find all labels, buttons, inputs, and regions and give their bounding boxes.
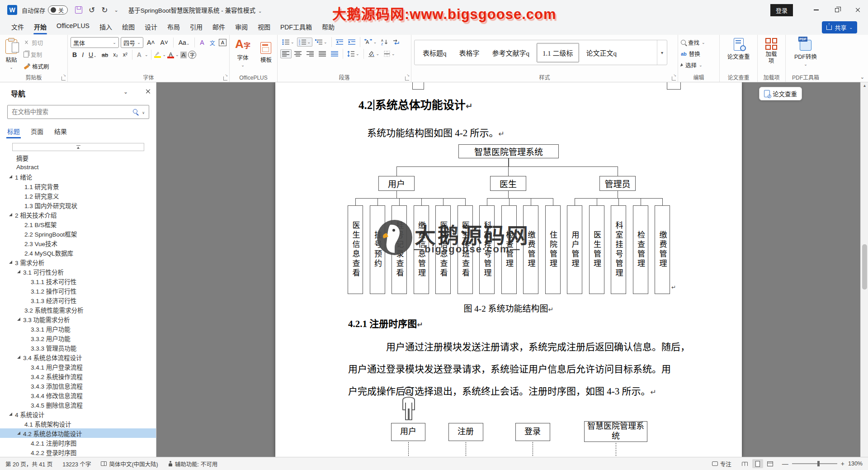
undo-icon[interactable]: ↺ <box>89 5 95 15</box>
grow-font-button[interactable]: A˄ <box>145 39 157 46</box>
find-button[interactable]: 查找⌄ <box>681 38 717 47</box>
nav-heading-item[interactable]: 2.3 Vue技术 <box>0 238 156 248</box>
collapse-ribbon-icon[interactable]: ⌄ <box>860 74 864 80</box>
nav-heading-item[interactable]: 2 相关技术介绍 <box>0 210 156 219</box>
nav-heading-item[interactable]: 3.4.5 删除信息流程 <box>0 400 156 409</box>
align-left-button[interactable] <box>280 49 292 58</box>
nav-heading-item[interactable]: 3.1.3 经济可行性 <box>0 295 156 305</box>
bullets-button[interactable]: ⌄ <box>280 38 296 47</box>
expand-arrow-icon[interactable] <box>17 432 20 435</box>
focus-mode-button[interactable]: 专注 <box>712 460 731 468</box>
style-item[interactable]: 论文正文q <box>581 43 623 62</box>
numbering-button[interactable]: 123 ⌄ <box>297 38 313 47</box>
ribbon-tab-布局[interactable]: 布局 <box>162 19 185 35</box>
expand-arrow-icon[interactable] <box>17 356 20 359</box>
zoom-out-button[interactable]: — <box>782 460 788 467</box>
clear-formatting-button[interactable]: A <box>198 39 206 46</box>
nav-heading-item[interactable]: 3.4.1 用户登录流程 <box>0 362 156 371</box>
title-dropdown-icon[interactable]: ⌄ <box>258 9 262 14</box>
redo-icon[interactable]: ↻ <box>101 5 108 15</box>
nav-heading-item[interactable]: 3.3.3 管理员功能 <box>0 343 156 352</box>
customize-qat-icon[interactable]: ⌄ <box>114 7 118 13</box>
zoom-slider[interactable] <box>792 463 837 464</box>
enclose-characters-button[interactable]: 字 <box>188 51 196 59</box>
ribbon-tab-邮件[interactable]: 邮件 <box>208 19 230 35</box>
word-app-icon[interactable]: W <box>7 5 17 15</box>
nav-heading-item[interactable]: 3.4.4 修改信息流程 <box>0 390 156 400</box>
officeplus-fonts-button[interactable]: A字 字体 ⌄ <box>232 37 253 68</box>
save-icon[interactable] <box>75 6 82 14</box>
expand-arrow-icon[interactable] <box>9 261 12 264</box>
nav-heading-item[interactable]: 4.2 系统总体功能设计 <box>0 428 156 438</box>
style-item[interactable]: 参考文献字q <box>487 43 535 62</box>
zoom-level[interactable]: 130% <box>848 461 863 467</box>
shrink-font-button[interactable]: A˅ <box>158 39 170 46</box>
ribbon-tab-设计[interactable]: 设计 <box>140 19 162 35</box>
font-color-button[interactable]: A <box>167 51 174 58</box>
autosave-toggle[interactable]: 关 <box>48 5 68 14</box>
ribbon-tab-文件[interactable]: 文件 <box>6 19 29 35</box>
web-layout-button[interactable] <box>765 459 776 468</box>
ribbon-tab-绘图[interactable]: 绘图 <box>117 19 140 35</box>
style-item[interactable]: 表格字 <box>454 43 485 62</box>
nav-heading-item[interactable]: 2.2 SpringBoot框架 <box>0 229 156 238</box>
shading-button[interactable]: ⌄ <box>366 49 382 58</box>
change-case-button[interactable]: Aa⌄ <box>177 39 192 46</box>
character-shading-button[interactable]: A <box>180 52 187 58</box>
document-search-input[interactable] <box>7 105 149 119</box>
close-button[interactable] <box>847 0 868 20</box>
nav-heading-item[interactable]: 4.1 系统架构设计 <box>0 419 156 428</box>
align-right-button[interactable] <box>305 49 316 58</box>
zoom-slider-thumb[interactable] <box>817 461 820 466</box>
decrease-indent-button[interactable] <box>334 38 345 47</box>
nav-heading-item[interactable]: 1.1 研究背景 <box>0 181 156 191</box>
borders-button[interactable]: ⌄ <box>382 49 397 58</box>
ribbon-tab-OfficePLUS[interactable]: OfficePLUS <box>52 19 94 35</box>
ribbon-tab-视图[interactable]: 视图 <box>253 19 275 35</box>
styles-dialog-launcher[interactable] <box>672 76 676 81</box>
addins-button[interactable]: 加载项 <box>760 37 782 66</box>
underline-button[interactable]: U⌄ <box>87 51 99 58</box>
minimize-button[interactable] <box>806 0 826 20</box>
nav-heading-item[interactable]: 3 需求分析 <box>0 257 156 267</box>
justify-button[interactable] <box>317 49 328 58</box>
ribbon-tab-插入[interactable]: 插入 <box>94 19 117 35</box>
bold-button[interactable]: B <box>71 51 79 58</box>
character-border-button[interactable]: A <box>219 39 226 46</box>
select-button[interactable]: 选择⌄ <box>681 61 717 69</box>
nav-heading-item[interactable]: 3.4.2 系统操作流程 <box>0 371 156 381</box>
login-button[interactable]: 登录 <box>770 4 793 16</box>
read-mode-button[interactable] <box>740 459 750 468</box>
nav-heading-item[interactable]: 3.4 系统总体流程设计 <box>0 352 156 362</box>
navigation-collapse-icon[interactable]: ⌄ <box>123 89 128 95</box>
font-size-select[interactable]: 四号⌄ <box>121 37 143 48</box>
expand-arrow-icon[interactable] <box>17 270 20 273</box>
vertical-scrollbar[interactable]: ▲ <box>860 82 868 457</box>
accessibility-status[interactable]: 辅助功能: 不可用 <box>168 460 217 468</box>
ribbon-tab-审阅[interactable]: 审阅 <box>230 19 253 35</box>
nav-heading-item[interactable]: 4.2.2 登录时序图 <box>0 447 156 457</box>
nav-tab-标题[interactable]: 标题 <box>7 127 20 138</box>
paste-dropdown-icon[interactable]: ⌄ <box>9 65 13 70</box>
nav-heading-item[interactable]: 2.4 MySQL数据库 <box>0 248 156 257</box>
jump-to-top-button[interactable] <box>12 143 144 151</box>
floating-paper-check-button[interactable]: 论文查重 <box>759 87 802 100</box>
scrollbar-thumb[interactable] <box>862 244 867 290</box>
paper-check-button[interactable]: 论文查重 <box>722 37 755 62</box>
nav-heading-item[interactable]: 2.1 B/S框架 <box>0 219 156 229</box>
style-item[interactable]: 1.1 二级标 <box>537 43 579 62</box>
nav-heading-item[interactable]: Abstract <box>0 162 156 172</box>
expand-arrow-icon[interactable] <box>17 318 20 321</box>
nav-heading-item[interactable]: 1.3 国内外研究现状 <box>0 200 156 210</box>
asian-layout-button[interactable]: A ⌄ <box>363 38 379 47</box>
subscript-button[interactable]: x₂ <box>111 52 120 58</box>
copy-button[interactable]: 复制 <box>24 49 49 60</box>
clipboard-dialog-launcher[interactable] <box>61 76 66 81</box>
nav-heading-item[interactable]: 3.1.1 技术可行性 <box>0 276 156 286</box>
sort-button[interactable]: AZ <box>379 38 390 47</box>
text-effects-button[interactable]: A <box>135 51 143 58</box>
nav-heading-item[interactable]: 摘要 <box>0 153 156 162</box>
font-dialog-launcher[interactable] <box>223 76 227 81</box>
language-indicator[interactable]: 简体中文(中国大陆) <box>101 460 158 468</box>
align-center-button[interactable] <box>292 49 304 58</box>
